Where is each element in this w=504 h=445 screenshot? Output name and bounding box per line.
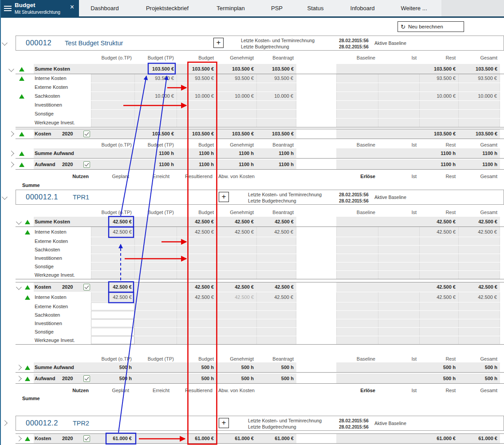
checkbox[interactable] xyxy=(83,161,90,168)
chevron-down-icon[interactable] xyxy=(8,66,14,72)
cell-tp xyxy=(134,246,177,254)
row-label: Sachkosten xyxy=(35,92,60,100)
checkbox[interactable] xyxy=(83,435,90,442)
cell-gen xyxy=(217,101,256,109)
cell-bud xyxy=(177,262,217,270)
column-header: Budget xyxy=(177,209,214,216)
cell-bud: 500 h xyxy=(177,373,217,383)
cell-bean xyxy=(256,319,296,327)
add-button[interactable]: + xyxy=(219,192,229,202)
cell-otp[interactable] xyxy=(91,336,134,344)
cell-ges: 42.500 € xyxy=(458,227,500,237)
cell-base xyxy=(336,101,378,109)
table-row: Interne Kosten42.500 €42.500 €42.500 €42… xyxy=(0,292,504,302)
table-row: Kosten2020103.500 €103.500 €103.500 €103… xyxy=(0,129,504,139)
row-label: Investitionen xyxy=(35,319,62,327)
table-row: Sonstige xyxy=(0,110,504,119)
last-budget-calc-date: 28.02.20 xyxy=(339,424,357,429)
chevron-down-icon[interactable] xyxy=(16,284,22,290)
cell-gen: 103.500 € xyxy=(217,64,256,74)
cell-gen xyxy=(217,246,256,254)
column-header: Genehmigt xyxy=(217,355,254,362)
table-row: Externe Kosten xyxy=(0,237,504,246)
checkbox[interactable] xyxy=(83,375,90,382)
cell-ist xyxy=(378,254,419,262)
cell-rest xyxy=(419,254,458,262)
checkbox[interactable] xyxy=(83,131,90,137)
row-label: Interne Kosten xyxy=(35,227,67,237)
column-header: Budget (o.TP) xyxy=(91,209,132,216)
cell-bean: 10.000 € xyxy=(256,92,296,100)
project-header: 000012.1TPR1+Letzte Kosten- und Terminre… xyxy=(16,190,504,205)
chevron-down-icon[interactable] xyxy=(2,40,8,46)
cell-ist xyxy=(378,110,419,118)
row-separator xyxy=(16,279,504,279)
cell-bean xyxy=(256,110,296,118)
cell-bean: 1100 h xyxy=(256,148,296,158)
chevron-down-icon[interactable] xyxy=(16,219,22,225)
cell-otp[interactable] xyxy=(91,328,134,336)
cell-otp: 500 h xyxy=(91,362,134,372)
last-cost-calc-time: 15:56 xyxy=(357,192,369,197)
column-header: Baseline xyxy=(336,54,375,61)
chevron-right-icon[interactable] xyxy=(16,376,22,381)
trend-up-icon xyxy=(19,67,24,72)
project-title: TPR2 xyxy=(73,420,89,427)
cell-ist xyxy=(378,74,419,83)
column-header: Rest xyxy=(419,54,456,61)
column-header: Budget (o.TP) xyxy=(91,141,132,148)
cell-rest xyxy=(419,319,458,327)
chevron-down-icon[interactable] xyxy=(2,194,8,200)
cell-bean xyxy=(256,119,296,127)
budget-table: 000012Test Budget Struktur+Letzte Kosten… xyxy=(0,0,504,445)
cell-bud xyxy=(177,119,217,127)
table-row: Sonstige xyxy=(0,262,504,271)
cell-rest xyxy=(419,237,458,245)
chevron-right-icon[interactable] xyxy=(8,162,14,167)
chevron-right-icon[interactable] xyxy=(8,131,14,137)
chevron-right-icon[interactable] xyxy=(2,420,8,426)
last-cost-calc-date: 28.02.20 xyxy=(339,38,357,43)
row-year: 2020 xyxy=(62,433,73,443)
row-year: 2020 xyxy=(62,373,73,383)
column-header: Baseline xyxy=(336,355,375,362)
cell-rest: 1100 h xyxy=(419,159,458,169)
row-separator xyxy=(16,443,504,444)
row-separator xyxy=(16,169,504,170)
cell-tp: 103.500 € xyxy=(134,64,177,74)
cell-rest: 103.500 € xyxy=(419,64,458,74)
row-label: Summe Aufwand xyxy=(35,362,74,372)
cell-otp[interactable] xyxy=(91,302,134,310)
cell-bud: 1100 h xyxy=(177,159,217,169)
cell-rest: 500 h xyxy=(419,362,458,372)
cell-gen xyxy=(217,319,256,327)
checkbox[interactable] xyxy=(83,284,90,290)
cell-base xyxy=(336,237,378,245)
cell-gen xyxy=(217,83,256,91)
chevron-right-icon[interactable] xyxy=(8,151,14,156)
chevron-right-icon[interactable] xyxy=(16,436,22,441)
column-header: Gesamt xyxy=(458,355,497,362)
close-icon[interactable]: × xyxy=(70,4,74,11)
cell-otp[interactable] xyxy=(91,319,134,327)
benefit-column-header: Ist xyxy=(377,387,417,394)
cell-bean xyxy=(256,83,296,91)
cell-otp xyxy=(91,246,134,254)
column-header: Ist xyxy=(378,54,417,61)
add-button[interactable]: + xyxy=(213,38,224,48)
table-row: Sachkosten10.000 €10.000 €10.000 €10.000… xyxy=(0,92,504,101)
cell-gen xyxy=(217,328,256,336)
add-button[interactable]: + xyxy=(219,418,229,428)
cell-bud xyxy=(177,302,217,310)
cell-otp[interactable] xyxy=(91,311,134,319)
menu-icon[interactable] xyxy=(4,6,12,12)
cell-ges xyxy=(458,119,500,127)
window-left-edge xyxy=(0,0,1,445)
benefit-column-header: Abw. von Kosten xyxy=(218,173,271,180)
active-tab-budget[interactable]: Budget Mit Strukturverdichtung × xyxy=(0,0,79,18)
chevron-right-icon[interactable] xyxy=(16,365,22,370)
cell-bud: 42.500 € xyxy=(177,217,217,226)
benefit-column-header: Erlöse xyxy=(335,387,375,394)
table-row: Sachkosten xyxy=(0,246,504,254)
cell-ist xyxy=(378,83,419,91)
